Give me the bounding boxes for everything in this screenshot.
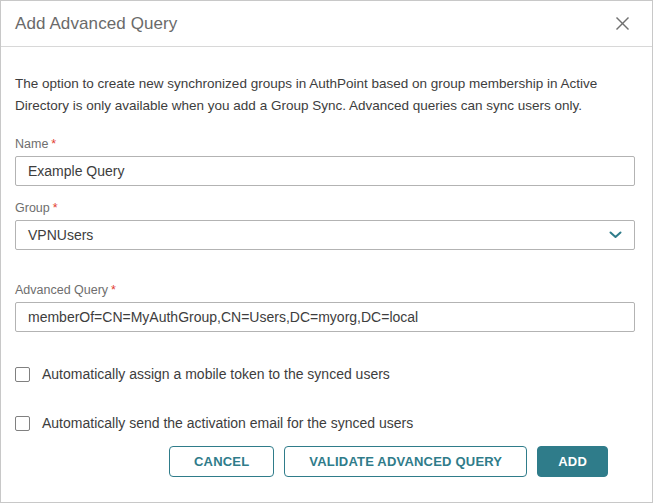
group-label: Group*	[15, 201, 635, 215]
group-label-text: Group	[15, 201, 50, 215]
chevron-down-icon	[609, 231, 622, 239]
dialog-title: Add Advanced Query	[15, 14, 177, 34]
name-input[interactable]	[15, 156, 635, 186]
add-button[interactable]: ADD	[537, 446, 608, 477]
assign-token-checkbox-label: Automatically assign a mobile token to t…	[42, 366, 390, 382]
dialog-description: The option to create new synchronized gr…	[15, 73, 627, 117]
cancel-button[interactable]: CANCEL	[169, 446, 274, 477]
required-asterisk: *	[111, 283, 116, 297]
validate-advanced-query-button[interactable]: VALIDATE ADVANCED QUERY	[284, 446, 527, 477]
group-select-value: VPNUsers	[28, 227, 93, 243]
dialog-header: Add Advanced Query	[1, 1, 652, 47]
close-icon	[615, 16, 630, 31]
close-button[interactable]	[613, 14, 632, 33]
advanced-query-label: Advanced Query*	[15, 283, 635, 297]
required-asterisk: *	[51, 137, 56, 151]
required-asterisk: *	[53, 201, 58, 215]
send-email-checkbox-label: Automatically send the activation email …	[42, 415, 413, 431]
group-select[interactable]: VPNUsers	[15, 220, 635, 250]
dialog-footer: CANCEL VALIDATE ADVANCED QUERY ADD	[1, 446, 652, 502]
name-label-text: Name	[15, 137, 48, 151]
checkbox-row-assign-token[interactable]: Automatically assign a mobile token to t…	[15, 366, 635, 382]
advanced-query-label-text: Advanced Query	[15, 283, 108, 297]
assign-token-checkbox[interactable]	[15, 367, 30, 382]
dialog-body: The option to create new synchronized gr…	[1, 47, 652, 446]
send-email-checkbox[interactable]	[15, 416, 30, 431]
checkbox-row-send-email[interactable]: Automatically send the activation email …	[15, 415, 635, 431]
name-label: Name*	[15, 137, 635, 151]
advanced-query-input[interactable]	[15, 302, 635, 332]
add-advanced-query-dialog: Add Advanced Query The option to create …	[0, 0, 653, 503]
